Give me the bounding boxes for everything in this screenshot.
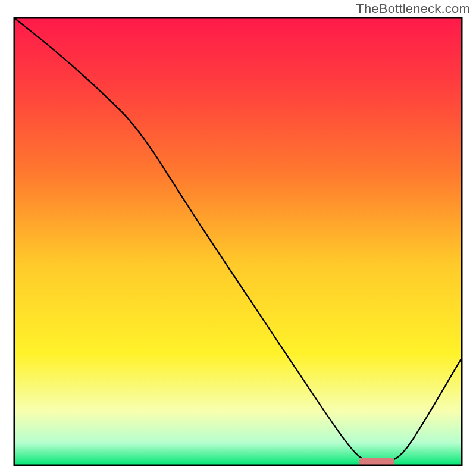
bottleneck-chart xyxy=(0,0,476,476)
chart-container: TheBottleneck.com xyxy=(0,0,476,476)
plot-area xyxy=(14,18,462,466)
gradient-background xyxy=(14,18,462,465)
